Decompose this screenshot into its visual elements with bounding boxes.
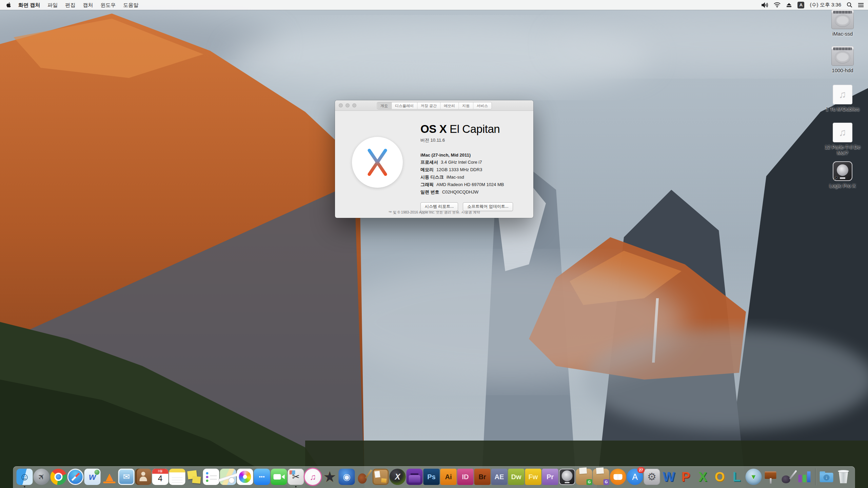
desktop-icon-imac-ssd[interactable]: iMac-ssd (819, 9, 866, 37)
menu-app-name[interactable]: 화면 캡처 (15, 0, 44, 10)
desktop-icon-1000-hdd[interactable]: 1000-hdd (819, 46, 866, 74)
numbers-dock-item[interactable] (796, 469, 813, 485)
after-effects-dock-item[interactable]: AE (491, 469, 508, 485)
archiver-green-dock-item[interactable]: G (576, 469, 592, 485)
ibooks-dock-item[interactable] (610, 469, 626, 485)
lync-dock-item[interactable]: L (729, 469, 745, 485)
spotlight-search-icon[interactable] (847, 2, 852, 8)
desktop-icon-logic-pro-x[interactable]: ↗Logic Pro X (819, 161, 866, 189)
spec-row: 그래픽AMD Radeon HD 6970M 1024 MB (420, 182, 513, 188)
menu-item-1[interactable]: 파일 (44, 0, 61, 10)
menu-item-4[interactable]: 윈도우 (97, 0, 119, 10)
photos-dock-item[interactable] (237, 469, 253, 485)
about-this-mac-window[interactable]: 개요디스플레이저장 공간메모리지원서비스 OS X El Capitan (335, 100, 533, 218)
vlc-dock-item[interactable]: ▲ (101, 469, 118, 485)
desktop-icon-audio-file-1[interactable]: ♫1 Tu M'Oublies (819, 85, 866, 112)
downloads-folder-dock-item[interactable]: ↓ (818, 469, 835, 485)
eject-icon[interactable] (786, 2, 792, 7)
menu-item-3[interactable]: 캡처 (79, 0, 97, 10)
stickies-dock-item[interactable] (186, 469, 202, 485)
app-store-badge: 27 (637, 467, 645, 473)
premiere-dock-item[interactable]: Pr (542, 469, 558, 485)
app-menus: 화면 캡처파일편집캡처윈도우도움말 (15, 0, 142, 10)
menu-bar-clock[interactable]: (수) 오후 3:36 (810, 2, 841, 8)
tab-5[interactable]: 서비스 (473, 102, 491, 109)
webhard-dock-item[interactable]: w (84, 469, 101, 485)
archiver-purple-dock-item[interactable]: G (593, 469, 609, 485)
tab-3[interactable]: 메모리 (440, 102, 459, 109)
toast-dock-item[interactable] (407, 469, 423, 485)
launchpad-icon: ✈ (34, 469, 50, 485)
os-title: OS X El Capitan (420, 123, 513, 136)
after-effects-icon: AE (491, 469, 508, 485)
running-indicator (295, 486, 297, 487)
keynote-dock-item[interactable] (763, 469, 779, 485)
menu-item-2[interactable]: 편집 (61, 0, 79, 10)
volume-icon[interactable] (762, 2, 768, 8)
finder-dock-item[interactable]: ☺ (17, 469, 33, 485)
app-store-dock-item[interactable]: A27 (627, 469, 643, 485)
minimize-button[interactable] (346, 103, 350, 107)
photoshop-dock-item[interactable]: Ps (423, 469, 440, 485)
imovie-dock-item[interactable]: ★ (322, 469, 338, 485)
pages-dock-item[interactable] (780, 469, 796, 485)
notification-center-icon[interactable] (858, 3, 864, 7)
indesign-dock-item[interactable]: ID (457, 469, 474, 485)
logic-pro-dock-item[interactable] (559, 469, 575, 485)
mail-dock-item[interactable]: ✉ (118, 469, 135, 485)
powerpoint-dock-item[interactable]: P (678, 469, 694, 485)
bridge-icon: Br (474, 469, 491, 485)
chrome-icon (51, 469, 67, 485)
input-source-badge[interactable]: A (797, 2, 804, 8)
chrome-dock-item[interactable] (51, 469, 67, 485)
calendar-dock-item[interactable]: 3월4 (152, 469, 169, 485)
dvd-player-dock-item[interactable]: ◉ (339, 469, 355, 485)
tab-1[interactable]: 디스플레이 (392, 102, 417, 109)
word-dock-item[interactable]: W (661, 469, 677, 485)
dock-items: ☺✈w▲✉3월4•••✂♫★◉XPsAiIDBrAEDwFwPrGGA27⚙WP… (16, 468, 852, 485)
dreamweaver-dock-item[interactable]: Dw (508, 469, 525, 485)
apple-menu[interactable] (4, 0, 15, 10)
notes-dock-item[interactable] (169, 469, 185, 485)
wifi-icon[interactable] (774, 2, 781, 7)
photo-board-icon (373, 469, 389, 485)
safari-dock-item[interactable] (67, 469, 84, 485)
bridge-dock-item[interactable]: Br (474, 469, 491, 485)
system-preferences-dock-item[interactable]: ⚙ (644, 469, 660, 485)
maps-dock-item[interactable] (220, 469, 236, 485)
fireworks-dock-item[interactable]: Fw (525, 469, 541, 485)
video-converter-dock-item[interactable]: X (390, 469, 406, 485)
itunes-icon: ♫ (305, 469, 321, 485)
launchpad-dock-item[interactable]: ✈ (34, 469, 50, 485)
menu-item-5[interactable]: 도움말 (119, 0, 142, 10)
menu-bar: 화면 캡처파일편집캡처윈도우도움말 A (수) 오후 3:36 (0, 0, 868, 10)
spec-list: 프로세서3.4 GHz Intel Core i7메모리12GB 1333 MH… (420, 159, 513, 195)
logic-icon: ↗ (833, 161, 852, 181)
mac-model: iMac (27-inch, Mid 2011) (420, 152, 513, 158)
desktop-icon-audio-file-12[interactable]: ♫12 Parle-T-Il De Moi? (819, 123, 866, 156)
tab-4[interactable]: 지원 (459, 102, 473, 109)
tab-2[interactable]: 저장 공간 (417, 102, 440, 109)
tab-0[interactable]: 개요 (377, 102, 392, 109)
facetime-dock-item[interactable] (271, 469, 287, 485)
window-controls (339, 103, 356, 107)
illustrator-dock-item[interactable]: Ai (440, 469, 457, 485)
photo-board-dock-item[interactable] (373, 469, 389, 485)
downloader-dock-item[interactable]: ▼ (746, 469, 762, 485)
itunes-dock-item[interactable]: ♫ (305, 469, 321, 485)
photoshop-icon: Ps (423, 469, 440, 485)
zoom-button[interactable] (352, 103, 356, 107)
downloads-folder-icon: ↓ (818, 469, 835, 485)
trash-dock-item[interactable] (835, 469, 852, 485)
garageband-dock-item[interactable] (356, 469, 372, 485)
screen-capture-dock-item[interactable]: ✂ (288, 469, 304, 485)
outlook-dock-item[interactable]: O (712, 469, 728, 485)
window-titlebar[interactable]: 개요디스플레이저장 공간메모리지원서비스 (335, 100, 533, 111)
excel-dock-item[interactable]: X (695, 469, 711, 485)
close-button[interactable] (339, 103, 343, 107)
wallpaper-el-capitan (0, 0, 868, 488)
contacts-dock-item[interactable] (135, 469, 152, 485)
reminders-dock-item[interactable] (203, 469, 219, 485)
numbers-icon (796, 469, 813, 485)
messages-dock-item[interactable]: ••• (254, 469, 270, 485)
